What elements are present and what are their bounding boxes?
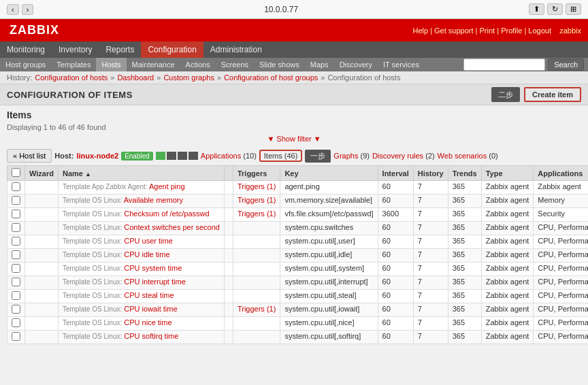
logout-link[interactable]: Logout xyxy=(528,27,551,35)
row-checkbox[interactable] xyxy=(7,235,25,249)
profile-link[interactable]: Profile xyxy=(501,27,522,35)
subnav-screens[interactable]: Screens xyxy=(216,58,254,71)
row-triggers xyxy=(233,290,280,303)
get-support-link[interactable]: Get support xyxy=(434,27,473,35)
row-name-link[interactable]: Checksum of /etc/passwd xyxy=(124,210,209,218)
select-all-checkbox[interactable] xyxy=(12,168,20,177)
table-row: Template OS Linux: CPU steal time system… xyxy=(7,290,589,303)
breadcrumb-dashboard[interactable]: Dashboard xyxy=(117,73,154,82)
subnav-maps[interactable]: Maps xyxy=(305,58,334,71)
print-link[interactable]: Print xyxy=(480,27,495,35)
row-history: 7 xyxy=(413,303,448,317)
show-filter-link[interactable]: ▼ Show filter ▼ xyxy=(267,135,321,143)
row-name-link[interactable]: Context switches per second xyxy=(124,223,220,231)
row-name: Template App Zabbix Agent: Agent ping xyxy=(58,181,224,195)
row-interval: 60 xyxy=(378,331,413,344)
items-count: Displaying 1 to 46 of 46 found xyxy=(7,123,581,131)
nav-monitoring[interactable]: Monitoring xyxy=(0,41,52,58)
nav-controls[interactable]: ‹ › xyxy=(7,4,33,15)
subnav-actions[interactable]: Actions xyxy=(180,58,216,71)
show-filter[interactable]: ▼ Show filter ▼ xyxy=(7,134,581,144)
row-checkbox[interactable] xyxy=(7,181,25,195)
row-checkbox[interactable] xyxy=(7,222,25,235)
subnav-templates[interactable]: Templates xyxy=(51,58,96,71)
subnav-host-groups[interactable]: Host groups xyxy=(0,58,51,71)
row-type: Zabbix agent xyxy=(481,290,534,303)
row-name-link[interactable]: CPU system time xyxy=(124,264,182,272)
table-row: Template OS Linux: CPU interrupt time sy… xyxy=(7,276,589,290)
row-checkbox[interactable] xyxy=(7,276,25,290)
row-name-link[interactable]: CPU steal time xyxy=(124,291,174,299)
row-checkbox[interactable] xyxy=(7,303,25,317)
col-applications: Applications xyxy=(534,166,588,181)
row-name-link[interactable]: CPU idle time xyxy=(124,250,169,258)
host-name-link[interactable]: linux-node2 xyxy=(76,152,118,160)
row-key: system.cpu.util[,steal] xyxy=(280,290,378,303)
row-interval: 60 xyxy=(378,195,413,208)
row-name-link[interactable]: CPU nice time xyxy=(124,318,172,327)
page-actions: 二步 Create item xyxy=(491,87,581,102)
subnav-it-services[interactable]: IT services xyxy=(378,58,425,71)
row-triggers xyxy=(233,222,280,235)
tab-items[interactable]: Items (46) xyxy=(259,150,303,162)
row-checkbox[interactable] xyxy=(7,249,25,263)
help-link[interactable]: Help xyxy=(412,27,428,35)
share-button[interactable]: ⬆ xyxy=(529,3,544,15)
create-item-button[interactable]: Create item xyxy=(524,87,581,102)
row-template: Template OS Linux: xyxy=(63,265,122,272)
row-interval: 3600 xyxy=(378,208,413,222)
tab-graphs[interactable]: Graphs (9) xyxy=(333,152,370,160)
row-name-link[interactable]: CPU interrupt time xyxy=(124,278,185,286)
subnav-discovery[interactable]: Discovery xyxy=(334,58,378,71)
row-checkbox[interactable] xyxy=(7,317,25,331)
tab-applications[interactable]: Applications (10) xyxy=(201,152,257,160)
row-key: agent.ping xyxy=(280,181,378,195)
row-checkbox[interactable] xyxy=(7,263,25,276)
row-triggers xyxy=(233,249,280,263)
breadcrumb-host-groups[interactable]: Configuration of host groups xyxy=(224,73,318,82)
col-interval: Interval xyxy=(378,166,413,181)
tab-web-scenarios[interactable]: Web scenarios (0) xyxy=(438,152,498,160)
step2-button[interactable]: 二步 xyxy=(491,87,520,102)
row-history: 7 xyxy=(413,290,448,303)
search-input[interactable] xyxy=(463,58,545,71)
breadcrumb-custom-graphs[interactable]: Custom graphs xyxy=(163,73,214,82)
forward-button[interactable]: › xyxy=(22,4,34,15)
subnav-slide-shows[interactable]: Slide shows xyxy=(254,58,305,71)
host-list-button[interactable]: « Host list xyxy=(7,149,52,163)
row-name-link[interactable]: CPU softirq time xyxy=(124,332,178,340)
back-button[interactable]: ‹ xyxy=(7,4,19,15)
row-name-link[interactable]: Available memory xyxy=(124,196,183,204)
row-applications: CPU, Performance xyxy=(534,222,588,235)
subnav-hosts[interactable]: Hosts xyxy=(96,58,126,71)
nav-administration[interactable]: Administration xyxy=(203,41,269,58)
col-name[interactable]: Name ▲ xyxy=(58,166,224,181)
table-row: Template OS Linux: CPU softirq time syst… xyxy=(7,331,589,344)
row-checkbox[interactable] xyxy=(7,331,25,344)
new-tab-button[interactable]: ⊞ xyxy=(566,3,581,15)
items-table: Wizard Name ▲ Triggers Key Interval Hist… xyxy=(7,165,588,344)
row-checkbox[interactable] xyxy=(7,195,25,208)
row-name-link[interactable]: CPU user time xyxy=(124,237,173,245)
breadcrumb-config-hosts[interactable]: Configuration of hosts xyxy=(35,73,108,82)
nav-reports[interactable]: Reports xyxy=(99,41,141,58)
row-name-link[interactable]: CPU iowait time xyxy=(124,305,177,313)
search-button[interactable]: Search xyxy=(548,58,584,71)
reload-button[interactable]: ↻ xyxy=(547,3,563,15)
row-wizard xyxy=(25,317,59,331)
row-applications: CPU, Performance xyxy=(534,249,588,263)
url-bar[interactable]: 10.0.0.77 xyxy=(33,5,529,14)
subnav-maintenance[interactable]: Maintenance xyxy=(127,58,180,71)
nav-configuration[interactable]: Configuration xyxy=(141,41,203,58)
row-triggers: Triggers (1) xyxy=(233,195,280,208)
zabbix-logo: ZABBIX xyxy=(7,22,62,39)
nav-inventory[interactable]: Inventory xyxy=(52,41,99,58)
row-checkbox[interactable] xyxy=(7,290,25,303)
row-key: vm.memory.size[available] xyxy=(280,195,378,208)
tab-discovery-rules[interactable]: Discovery rules (2) xyxy=(372,152,435,160)
row-triggers xyxy=(233,331,280,344)
row-checkbox[interactable] xyxy=(7,208,25,222)
row-name-link[interactable]: Agent ping xyxy=(149,182,185,190)
row-interval: 60 xyxy=(378,317,413,331)
row-empty xyxy=(224,317,233,331)
